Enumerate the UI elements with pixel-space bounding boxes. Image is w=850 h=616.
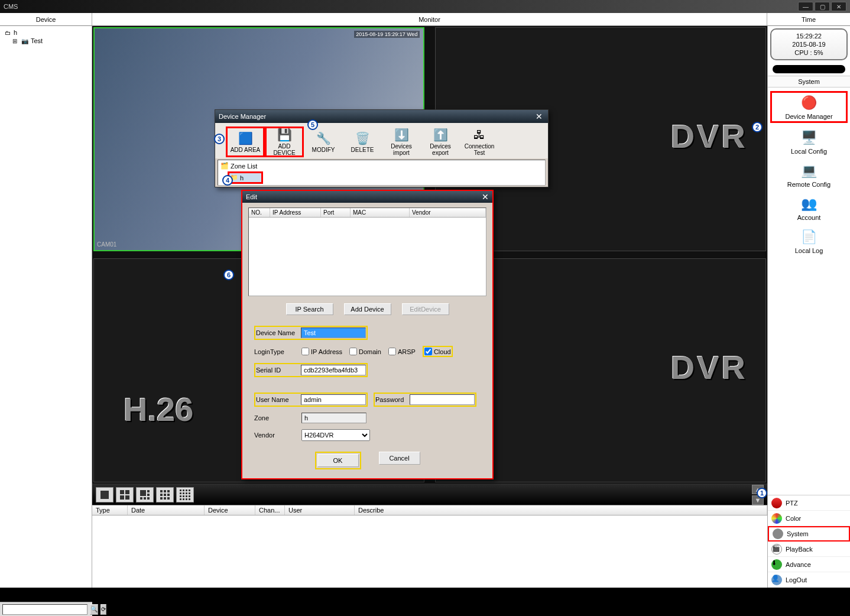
system-item-label: Local Log [795,247,823,254]
expand-plus-icon: ⊞ [11,37,19,44]
system-item-account[interactable]: 👥 Account [770,194,848,222]
vendor-select[interactable]: H264DVR [301,429,370,441]
advance-icon: ⬇ [771,559,782,570]
scan-button-row: IP Search Add Device EditDevice [248,300,486,321]
edit-dialog-titlebar[interactable]: Edit ✕ [242,191,492,203]
svg-rect-20 [180,489,181,491]
edit-dialog-close-button[interactable]: ✕ [482,192,489,202]
layout-3x3-button[interactable] [156,487,174,502]
svg-rect-22 [186,489,187,491]
menu-label: Color [786,515,801,522]
menu-system[interactable]: System [768,526,850,542]
username-input[interactable] [301,394,366,405]
device-manager-titlebar[interactable]: Device Manager ✕ [215,110,548,123]
serial-id-label: Serial ID [256,367,297,374]
system-icon [773,529,783,539]
connection-test-button[interactable]: 🖧 Connection Test [460,127,499,157]
device-name-input[interactable] [301,328,366,338]
search-input[interactable] [2,604,87,615]
dvr-watermark: DVR [671,348,748,387]
log-col-describe: Describe [355,505,767,515]
login-arsp-input[interactable] [388,348,396,355]
header-device-label: Device [0,13,92,25]
log-col-channel: Chan... [255,505,285,515]
menu-label: PTZ [786,500,798,507]
add-device-scan-button[interactable]: Add Device [344,303,391,315]
login-domain-checkbox[interactable]: Domain [349,348,381,355]
delete-button[interactable]: 🗑️ DELETE [343,127,382,157]
remote-config-icon: 💻 [799,162,820,180]
minimize-button[interactable]: — [798,2,813,11]
device-icon: 📷 [21,37,29,44]
password-label: Password [375,396,406,403]
ok-button[interactable]: OK [317,454,359,467]
menu-color[interactable]: Color [768,511,850,526]
svg-rect-32 [180,498,181,500]
col-no: NO. [249,208,270,217]
svg-rect-27 [189,492,190,494]
tree-root-node[interactable]: 🗀 h [2,28,89,37]
cancel-button[interactable]: Cancel [379,452,420,465]
maximize-button[interactable]: ▢ [815,2,830,11]
login-domain-input[interactable] [349,348,357,355]
scan-table-header: NO. IP Address Port MAC Vendor [249,208,486,218]
serial-id-input[interactable] [301,365,366,375]
svg-rect-24 [180,492,181,494]
serial-id-group: Serial ID [254,363,368,377]
svg-rect-1 [120,490,124,494]
system-item-local-log[interactable]: 📄 Local Log [770,227,848,255]
zone-list-tree: 🗂️ Zone List 📁 h [218,160,546,186]
login-cloud-input[interactable] [424,348,432,355]
device-manager-close-button[interactable]: ✕ [534,112,544,121]
password-input[interactable] [410,394,475,405]
ip-search-button[interactable]: IP Search [286,303,333,315]
folder-icon: 🗂️ [220,162,229,170]
system-panel-title: System [768,76,850,87]
add-area-button[interactable]: 🟦 ADD AREA [226,127,265,157]
svg-rect-18 [164,497,166,500]
menu-label: PlayBack [786,546,813,553]
search-button[interactable]: 🔍 [90,604,98,615]
login-ip-input[interactable] [301,348,309,355]
login-ip-checkbox[interactable]: IP Address [301,348,342,355]
devices-import-button[interactable]: ⬇️ Devices import [382,127,421,157]
username-group: User Name [254,393,368,407]
svg-rect-6 [147,490,150,492]
zone-item-h[interactable]: 📁 h [228,171,263,184]
menu-advance[interactable]: ⬇Advance [768,557,850,572]
layout-1x1-button[interactable] [96,487,113,502]
local-config-icon: 🖥️ [799,129,820,147]
menu-ptz[interactable]: PTZ [768,495,850,511]
svg-rect-8 [140,497,142,500]
refresh-button[interactable]: ⟳ [100,604,106,615]
layout-2x2-button[interactable] [116,487,134,502]
system-item-label: Device Manager [785,113,832,120]
folder-icon: 🗀 [4,29,12,36]
tree-child-node[interactable]: ⊞ 📷 Test [2,37,89,45]
menu-logout[interactable]: 👤LogOut [768,572,850,588]
menu-playback[interactable]: 🎬PlayBack [768,542,850,557]
modify-button[interactable]: 🔧 MODIFY [304,127,343,157]
system-item-local-config[interactable]: 🖥️ Local Config [770,128,848,156]
layout-1plus5-button[interactable] [136,487,154,502]
log-body[interactable] [92,516,767,581]
login-cloud-checkbox[interactable]: Cloud [424,348,451,355]
camera-timestamp: 2015-08-19 15:29:17 Wed [354,31,419,38]
layout-4x4-button[interactable] [176,487,194,502]
login-arsp-checkbox[interactable]: ARSP [388,348,416,355]
add-device-button[interactable]: 💾 ADD DEVICE [265,127,304,157]
zone-list-root[interactable]: 🗂️ Zone List [219,161,544,170]
system-item-device-manager[interactable]: 🔴 Device Manager [770,91,848,123]
refresh-icon: ⟳ [101,606,106,612]
username-label: User Name [256,396,297,403]
device-manager-icon: 🔴 [799,94,820,112]
local-log-icon: 📄 [799,228,820,246]
devices-export-button[interactable]: ⬆️ Devices export [421,127,460,157]
close-button[interactable]: ✕ [831,2,846,11]
system-item-remote-config[interactable]: 💻 Remote Config [770,161,848,189]
h264-watermark: H.26 [124,390,193,429]
menu-label: Advance [786,561,811,568]
toolbar-btn-label: MODIFY [312,147,335,153]
search-icon: 🔍 [90,606,98,612]
dvr-watermark: DVR [671,117,748,155]
